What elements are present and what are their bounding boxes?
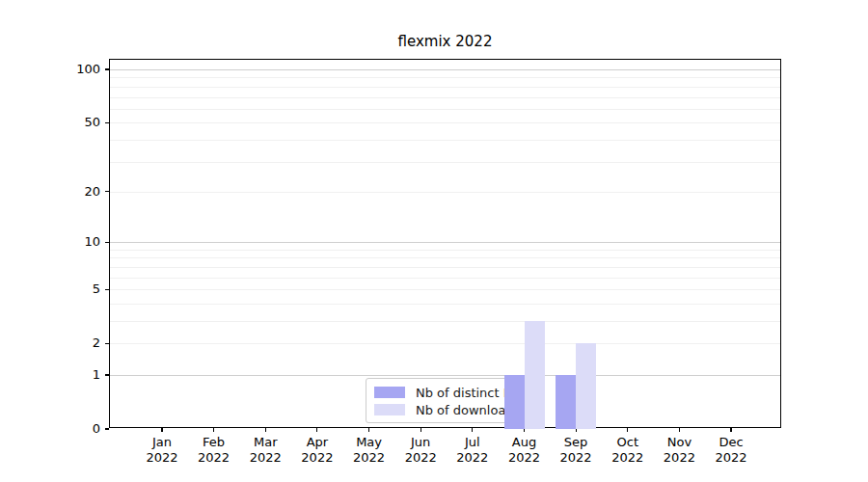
y-axis-tick <box>105 242 109 243</box>
y-axis-tick <box>105 191 109 192</box>
y-axis-tick <box>105 374 109 375</box>
gridline-minor <box>110 321 780 322</box>
x-axis-tick <box>161 428 162 432</box>
y-tick-label: 0 <box>50 421 100 437</box>
y-axis-tick <box>105 122 109 123</box>
download-stats-chart: flexmix 2022 Nb of distinct IPsNb of dow… <box>0 0 868 482</box>
y-tick-label: 2 <box>50 335 100 351</box>
x-tick-year: 2022 <box>700 450 762 466</box>
x-tick-label: Dec2022 <box>700 435 762 465</box>
y-tick-label: 50 <box>50 115 100 130</box>
gridline-major <box>110 69 780 70</box>
x-axis-tick <box>472 428 473 432</box>
x-axis-tick <box>265 428 266 432</box>
x-axis-tick <box>316 428 317 432</box>
x-axis-tick <box>679 428 680 432</box>
bar-distinct-ips-sep <box>556 375 576 429</box>
legend-item: Nb of distinct IPs <box>374 384 518 401</box>
gridline-minor <box>110 250 780 251</box>
gridline-minor <box>110 343 780 344</box>
x-tick-month: Dec <box>700 435 762 450</box>
y-tick-label: 20 <box>50 184 100 200</box>
legend-item: Nb of downloads <box>374 401 518 418</box>
legend-swatch-icon <box>374 387 405 398</box>
gridline-minor <box>110 289 780 290</box>
y-tick-label: 10 <box>50 234 100 250</box>
y-tick-label: 1 <box>50 367 100 383</box>
gridline-minor <box>110 87 780 88</box>
legend-swatch-icon <box>374 404 405 415</box>
gridline-minor <box>110 97 780 98</box>
gridline-minor <box>110 162 780 163</box>
gridline-major <box>110 375 780 376</box>
gridline-major <box>110 242 780 243</box>
x-axis-tick <box>368 428 369 432</box>
gridline-minor <box>110 109 780 110</box>
y-axis-tick <box>105 343 109 344</box>
bar-downloads-aug <box>525 321 545 429</box>
plot-area: Nb of distinct IPsNb of downloads 012510… <box>109 59 781 428</box>
gridline-minor <box>110 278 780 279</box>
gridline-minor <box>110 304 780 305</box>
bar-distinct-ips-aug <box>504 375 525 429</box>
gridline-minor <box>110 267 780 268</box>
gridline-minor <box>110 122 780 123</box>
gridline-minor <box>110 257 780 258</box>
bar-downloads-sep <box>576 343 596 429</box>
y-axis-tick <box>105 68 109 69</box>
gridline-minor <box>110 77 780 78</box>
y-axis-tick <box>105 428 109 429</box>
legend: Nb of distinct IPsNb of downloads <box>366 378 527 423</box>
x-axis-tick <box>730 428 731 432</box>
chart-title: flexmix 2022 <box>109 33 781 50</box>
y-tick-label: 100 <box>50 62 100 77</box>
x-axis-tick <box>420 428 421 432</box>
y-axis-tick <box>105 289 109 290</box>
gridline-minor <box>110 140 780 141</box>
x-axis-tick <box>213 428 214 432</box>
y-tick-label: 5 <box>50 281 100 297</box>
x-axis-tick <box>627 428 628 432</box>
gridline-minor <box>110 192 780 193</box>
